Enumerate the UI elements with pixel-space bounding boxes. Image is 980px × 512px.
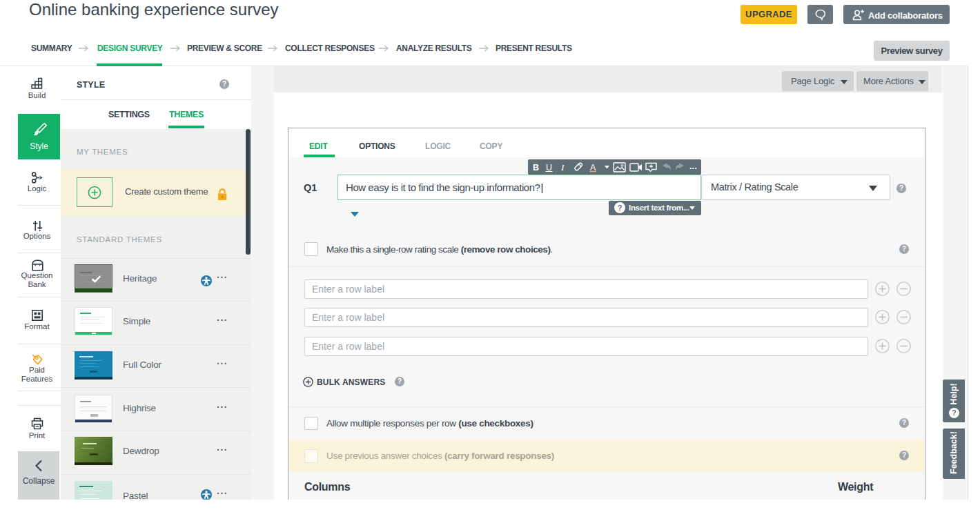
svg-text:B: B xyxy=(533,163,539,173)
svg-text:...: ... xyxy=(689,161,697,171)
svg-text:A: A xyxy=(590,163,596,173)
svg-text:I: I xyxy=(560,162,565,173)
svg-text:U: U xyxy=(546,163,552,173)
